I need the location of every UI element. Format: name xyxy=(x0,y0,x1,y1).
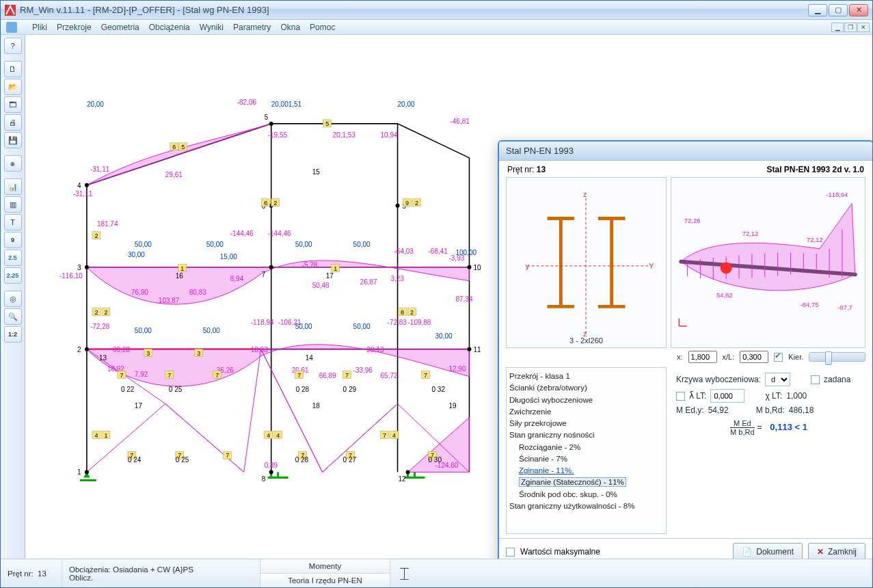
zoom-button[interactable]: 🔍 xyxy=(4,308,22,325)
svg-text:0 29: 0 29 xyxy=(343,386,357,393)
target-button[interactable]: ◎ xyxy=(4,291,22,307)
save-button[interactable]: 💾 xyxy=(4,132,22,148)
status-pret-no: 13 xyxy=(38,570,46,578)
svg-text:2: 2 xyxy=(273,200,277,206)
svg-text:181,74: 181,74 xyxy=(97,220,118,228)
maximize-button[interactable]: ▢ xyxy=(829,4,848,16)
menu-parametry[interactable]: Parametry xyxy=(233,23,271,32)
dialog-close-button[interactable]: ✕ Zamknij xyxy=(808,543,865,559)
svg-text:1: 1 xyxy=(334,265,337,272)
svg-text:11: 11 xyxy=(473,346,481,353)
menu-geometria[interactable]: Geometria xyxy=(101,23,139,32)
bars-button[interactable]: ▥ xyxy=(4,196,22,213)
steel-dialog: Stal PN-EN 1993 Pręt nr: 13 Stal PN-EN 1… xyxy=(498,140,872,559)
tree-dlugosci[interactable]: Długości wyboczeniowe xyxy=(509,395,662,406)
svg-text:50,00: 50,00 xyxy=(206,241,224,248)
kier-checkbox[interactable] xyxy=(774,353,783,362)
svg-text:-72,83: -72,83 xyxy=(388,319,407,326)
document-button[interactable]: 📄 Dokument xyxy=(733,543,803,559)
svg-text:9: 9 xyxy=(405,200,409,206)
svg-text:30,00: 30,00 xyxy=(128,251,145,258)
svg-text:15,00: 15,00 xyxy=(220,253,237,260)
svg-text:7: 7 xyxy=(167,372,171,379)
preview-button[interactable]: 🗔 xyxy=(4,96,22,113)
svg-text:5: 5 xyxy=(325,120,329,127)
lambda-input[interactable] xyxy=(710,389,744,403)
wmax-checkbox[interactable] xyxy=(506,548,515,557)
svg-text:3: 3 xyxy=(197,350,200,357)
svg-point-7 xyxy=(85,347,89,351)
tree-sily[interactable]: Siły przekrojowe xyxy=(509,418,662,429)
tee-button[interactable]: T xyxy=(4,214,22,230)
close-button[interactable]: ✕ xyxy=(849,4,868,16)
svg-text:0 25: 0 25 xyxy=(176,456,189,464)
svg-text:20,00: 20,00 xyxy=(398,101,415,108)
menubar: Pliki Przekroje Geometria Obciążenia Wyn… xyxy=(1,20,872,35)
svg-text:-19,55: -19,55 xyxy=(268,131,288,139)
status-tab-teoria[interactable]: Teoria I rzędu PN-EN xyxy=(260,574,390,587)
svg-text:7: 7 xyxy=(424,372,427,379)
tree-sgn[interactable]: Stan graniczny nośności xyxy=(509,429,662,441)
svg-point-27 xyxy=(406,470,410,474)
menu-wyniki[interactable]: Wyniki xyxy=(200,23,224,32)
minimize-button[interactable]: ▁ xyxy=(808,4,827,16)
svg-text:5: 5 xyxy=(265,113,269,121)
status-tab-momenty[interactable]: Momenty xyxy=(260,559,390,574)
dialog-title[interactable]: Stal PN-EN 1993 xyxy=(499,142,872,161)
svg-text:-118,94: -118,94 xyxy=(826,191,848,198)
help-button[interactable]: ? xyxy=(4,38,22,54)
mdi-minimize-button[interactable]: ▁ xyxy=(831,23,844,32)
dim2-button[interactable]: 2.25 xyxy=(4,267,22,284)
svg-text:2: 2 xyxy=(94,232,98,239)
moment-panel: -118,94 72,26 72,12 72,12 54,82 -84,75 xyxy=(671,177,865,348)
tree-scinanie[interactable]: Ścinanie - 7% xyxy=(509,453,662,465)
svg-text:6: 6 xyxy=(172,144,176,150)
scale-button[interactable]: 1:2 xyxy=(4,326,22,343)
mdi-restore-button[interactable]: ❐ xyxy=(844,23,857,32)
menu-pomoc[interactable]: Pomoc xyxy=(310,23,335,32)
zadana-checkbox[interactable] xyxy=(811,375,820,384)
tree-rozciaganie[interactable]: Rozciąganie - 2% xyxy=(509,442,662,453)
menu-okna[interactable]: Okna xyxy=(280,23,300,32)
structure-canvas[interactable]: 20,00 -82,06 20,001,51 20,00 xyxy=(25,35,872,559)
svg-text:-31,11: -31,11 xyxy=(90,165,110,173)
svg-text:65,72: 65,72 xyxy=(381,372,398,379)
svg-text:7: 7 xyxy=(297,372,301,379)
tree-zginanie[interactable]: Zginanie - 11%. xyxy=(509,465,662,477)
open-button[interactable]: 📂 xyxy=(4,79,22,95)
tree-sgu[interactable]: Stan graniczny użytkowalności - 8% xyxy=(509,500,662,512)
x-input[interactable] xyxy=(688,351,717,363)
fire-button[interactable]: ⎈ xyxy=(4,155,22,172)
tree-zginanie-statecznosc[interactable]: Zginanie (Stateczność) - 11% xyxy=(519,477,626,487)
mdi-close-button[interactable]: ✕ xyxy=(857,23,870,32)
svg-text:13: 13 xyxy=(99,354,107,362)
menu-przekroje[interactable]: Przekroje xyxy=(57,23,92,32)
new-button[interactable]: 🗋 xyxy=(4,61,22,77)
svg-text:0 22: 0 22 xyxy=(121,386,135,393)
chart-button[interactable]: 📊 xyxy=(4,178,22,195)
svg-text:0 25: 0 25 xyxy=(169,386,183,393)
svg-text:50,00: 50,00 xyxy=(203,327,220,334)
svg-text:18: 18 xyxy=(312,402,321,410)
svg-text:-144,46: -144,46 xyxy=(268,230,291,237)
tree-srodnik[interactable]: Środnik pod obc. skup. - 0% xyxy=(509,489,662,500)
menu-pliki[interactable]: Pliki xyxy=(32,23,47,32)
print-button[interactable]: 🖨 xyxy=(4,114,22,131)
svg-text:0 32: 0 32 xyxy=(432,386,446,393)
tree-przekroj[interactable]: Przekrój - klasa 1 xyxy=(509,371,662,382)
dim-button[interactable]: 2.5 xyxy=(4,250,22,266)
lambda-checkbox[interactable] xyxy=(676,392,685,401)
tree-scianki[interactable]: Ścianki (żebra/otwory) xyxy=(509,382,662,394)
utilization-result: 0,113 < 1 xyxy=(770,422,807,432)
svg-text:103,87: 103,87 xyxy=(159,297,180,304)
tree-zwichrzenie[interactable]: Zwichrzenie xyxy=(509,406,662,418)
curve-select[interactable]: d xyxy=(765,373,790,386)
menu-obciazenia[interactable]: Obciążenia xyxy=(149,23,190,32)
xl-input[interactable] xyxy=(740,351,768,363)
position-slider[interactable] xyxy=(809,352,865,362)
svg-text:89,20: 89,20 xyxy=(113,346,130,353)
svg-text:-82,06: -82,06 xyxy=(237,98,257,106)
svg-text:8: 8 xyxy=(401,309,404,316)
svg-text:7: 7 xyxy=(120,372,123,379)
nine-button[interactable]: 9 xyxy=(4,232,22,248)
